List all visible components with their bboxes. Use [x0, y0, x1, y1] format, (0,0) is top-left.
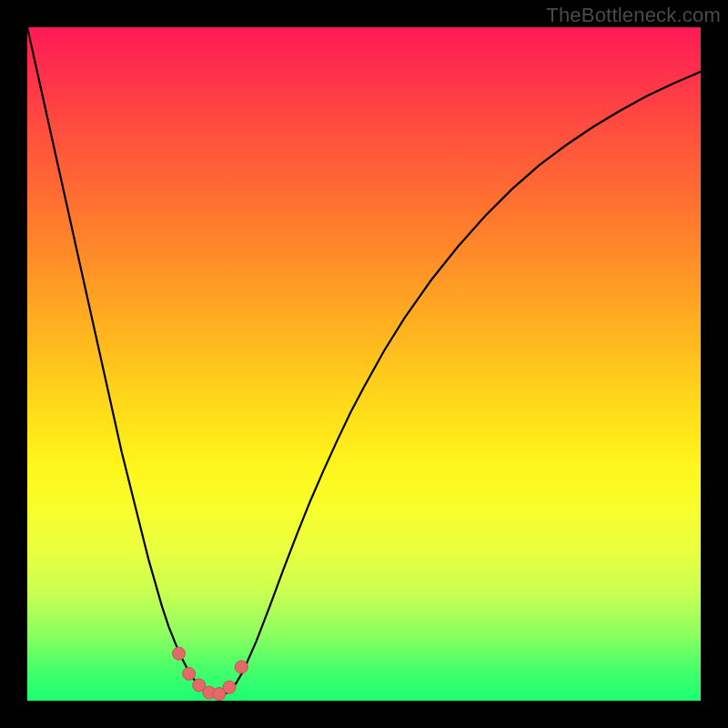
curve-marker — [173, 647, 186, 660]
curve-markers — [173, 647, 248, 700]
plot-area — [27, 27, 701, 701]
watermark-text: TheBottleneck.com — [546, 4, 721, 27]
curve-marker — [235, 661, 248, 673]
curve-marker — [223, 681, 236, 693]
bottleneck-curve — [27, 27, 701, 697]
chart-svg — [27, 27, 701, 701]
chart-frame: TheBottleneck.com — [0, 0, 728, 728]
curve-marker — [183, 667, 196, 680]
